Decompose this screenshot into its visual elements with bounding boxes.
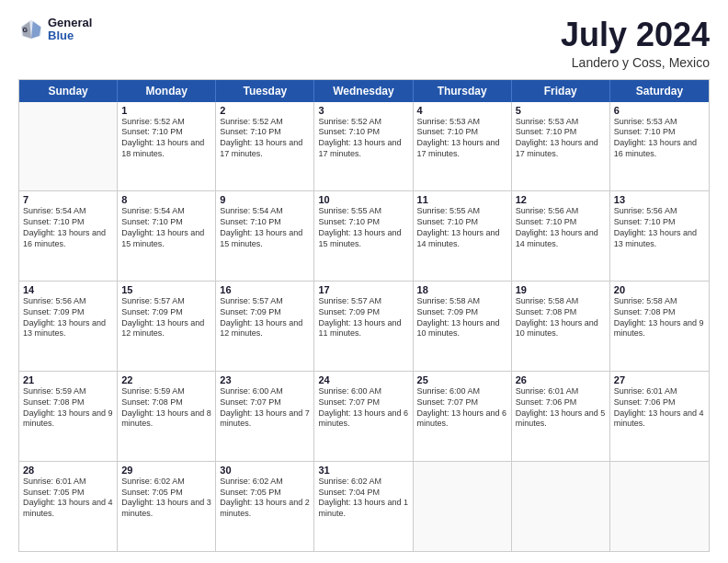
header-day-wednesday: Wednesday bbox=[314, 80, 413, 102]
location: Landero y Coss, Mexico bbox=[561, 55, 710, 70]
cell-sun-info: Sunrise: 6:01 AM Sunset: 7:06 PM Dayligh… bbox=[614, 386, 705, 430]
day-number: 26 bbox=[516, 374, 606, 385]
page: G General Blue July 2024 Landero y Coss,… bbox=[0, 0, 728, 563]
calendar-row-4: 21Sunrise: 5:59 AM Sunset: 7:08 PM Dayli… bbox=[19, 372, 709, 462]
logo: G General Blue bbox=[18, 17, 92, 43]
day-number: 25 bbox=[417, 374, 507, 385]
calendar-cell-day-2: 2Sunrise: 5:52 AM Sunset: 7:10 PM Daylig… bbox=[216, 102, 314, 191]
calendar-cell-day-23: 23Sunrise: 6:00 AM Sunset: 7:07 PM Dayli… bbox=[216, 372, 314, 461]
logo-text: General Blue bbox=[48, 17, 92, 43]
day-number: 6 bbox=[614, 105, 705, 116]
calendar-cell-day-21: 21Sunrise: 5:59 AM Sunset: 7:08 PM Dayli… bbox=[19, 372, 118, 461]
day-number: 24 bbox=[318, 374, 408, 385]
day-number: 21 bbox=[23, 374, 113, 385]
cell-sun-info: Sunrise: 5:52 AM Sunset: 7:10 PM Dayligh… bbox=[121, 117, 211, 160]
cell-sun-info: Sunrise: 6:02 AM Sunset: 7:05 PM Dayligh… bbox=[220, 477, 310, 520]
calendar-cell-day-27: 27Sunrise: 6:01 AM Sunset: 7:06 PM Dayli… bbox=[610, 372, 709, 461]
calendar-cell-day-31: 31Sunrise: 6:02 AM Sunset: 7:04 PM Dayli… bbox=[314, 462, 413, 551]
day-number: 4 bbox=[417, 105, 507, 116]
calendar-row-1: 1Sunrise: 5:52 AM Sunset: 7:10 PM Daylig… bbox=[19, 102, 709, 192]
calendar-cell-day-11: 11Sunrise: 5:55 AM Sunset: 7:10 PM Dayli… bbox=[414, 191, 512, 281]
day-number: 17 bbox=[318, 284, 408, 295]
title-block: July 2024 Landero y Coss, Mexico bbox=[561, 17, 710, 70]
header-day-thursday: Thursday bbox=[414, 80, 512, 102]
calendar-cell-day-12: 12Sunrise: 5:56 AM Sunset: 7:10 PM Dayli… bbox=[512, 191, 610, 281]
day-number: 7 bbox=[23, 194, 113, 205]
svg-text:G: G bbox=[22, 27, 28, 33]
cell-sun-info: Sunrise: 5:58 AM Sunset: 7:09 PM Dayligh… bbox=[417, 296, 507, 339]
day-number: 16 bbox=[220, 284, 310, 295]
calendar-cell-day-15: 15Sunrise: 5:57 AM Sunset: 7:09 PM Dayli… bbox=[118, 282, 216, 371]
day-number: 9 bbox=[220, 194, 310, 205]
calendar-cell-day-22: 22Sunrise: 5:59 AM Sunset: 7:08 PM Dayli… bbox=[118, 372, 216, 461]
calendar-cell-day-30: 30Sunrise: 6:02 AM Sunset: 7:05 PM Dayli… bbox=[216, 462, 314, 551]
day-number: 19 bbox=[516, 284, 606, 295]
cell-sun-info: Sunrise: 5:57 AM Sunset: 7:09 PM Dayligh… bbox=[318, 296, 408, 339]
calendar-row-2: 7Sunrise: 5:54 AM Sunset: 7:10 PM Daylig… bbox=[19, 191, 709, 282]
cell-sun-info: Sunrise: 5:57 AM Sunset: 7:09 PM Dayligh… bbox=[121, 296, 211, 339]
day-number: 31 bbox=[318, 465, 408, 476]
calendar-cell-day-7: 7Sunrise: 5:54 AM Sunset: 7:10 PM Daylig… bbox=[19, 191, 118, 281]
calendar-cell-day-28: 28Sunrise: 6:01 AM Sunset: 7:05 PM Dayli… bbox=[19, 462, 118, 551]
day-number: 20 bbox=[614, 284, 705, 295]
cell-sun-info: Sunrise: 5:54 AM Sunset: 7:10 PM Dayligh… bbox=[121, 206, 211, 249]
cell-sun-info: Sunrise: 6:00 AM Sunset: 7:07 PM Dayligh… bbox=[220, 386, 310, 430]
cell-sun-info: Sunrise: 6:02 AM Sunset: 7:04 PM Dayligh… bbox=[318, 477, 408, 520]
day-number: 23 bbox=[220, 374, 310, 385]
header-day-monday: Monday bbox=[118, 80, 216, 102]
cell-sun-info: Sunrise: 5:56 AM Sunset: 7:10 PM Dayligh… bbox=[516, 206, 606, 249]
calendar-cell-day-4: 4Sunrise: 5:53 AM Sunset: 7:10 PM Daylig… bbox=[414, 102, 512, 191]
cell-sun-info: Sunrise: 5:59 AM Sunset: 7:08 PM Dayligh… bbox=[121, 386, 211, 430]
calendar: SundayMondayTuesdayWednesdayThursdayFrid… bbox=[18, 79, 710, 552]
cell-sun-info: Sunrise: 5:54 AM Sunset: 7:10 PM Dayligh… bbox=[220, 206, 310, 249]
cell-sun-info: Sunrise: 5:54 AM Sunset: 7:10 PM Dayligh… bbox=[23, 206, 113, 249]
cell-sun-info: Sunrise: 5:55 AM Sunset: 7:10 PM Dayligh… bbox=[318, 206, 408, 249]
calendar-cell-day-6: 6Sunrise: 5:53 AM Sunset: 7:10 PM Daylig… bbox=[610, 102, 709, 191]
calendar-cell-day-24: 24Sunrise: 6:00 AM Sunset: 7:07 PM Dayli… bbox=[314, 372, 413, 461]
logo-icon: G bbox=[18, 17, 44, 42]
calendar-cell-day-26: 26Sunrise: 6:01 AM Sunset: 7:06 PM Dayli… bbox=[512, 372, 610, 461]
calendar-cell-day-29: 29Sunrise: 6:02 AM Sunset: 7:05 PM Dayli… bbox=[118, 462, 216, 551]
calendar-cell-empty bbox=[414, 462, 512, 551]
day-number: 29 bbox=[121, 465, 211, 476]
header-day-friday: Friday bbox=[512, 80, 610, 102]
cell-sun-info: Sunrise: 6:02 AM Sunset: 7:05 PM Dayligh… bbox=[121, 477, 211, 520]
cell-sun-info: Sunrise: 5:53 AM Sunset: 7:10 PM Dayligh… bbox=[516, 117, 606, 160]
logo-line1: General bbox=[48, 17, 92, 29]
day-number: 14 bbox=[23, 284, 113, 295]
day-number: 13 bbox=[614, 194, 705, 205]
calendar-cell-day-1: 1Sunrise: 5:52 AM Sunset: 7:10 PM Daylig… bbox=[118, 102, 216, 191]
day-number: 8 bbox=[121, 194, 211, 205]
calendar-cell-empty bbox=[512, 462, 610, 551]
day-number: 5 bbox=[516, 105, 606, 116]
cell-sun-info: Sunrise: 6:00 AM Sunset: 7:07 PM Dayligh… bbox=[417, 386, 507, 430]
cell-sun-info: Sunrise: 5:53 AM Sunset: 7:10 PM Dayligh… bbox=[614, 117, 705, 160]
day-number: 3 bbox=[318, 105, 408, 116]
day-number: 15 bbox=[121, 284, 211, 295]
cell-sun-info: Sunrise: 5:56 AM Sunset: 7:10 PM Dayligh… bbox=[614, 206, 705, 249]
day-number: 30 bbox=[220, 465, 310, 476]
day-number: 12 bbox=[516, 194, 606, 205]
calendar-cell-day-9: 9Sunrise: 5:54 AM Sunset: 7:10 PM Daylig… bbox=[216, 191, 314, 281]
calendar-cell-day-20: 20Sunrise: 5:58 AM Sunset: 7:08 PM Dayli… bbox=[610, 282, 709, 371]
cell-sun-info: Sunrise: 5:58 AM Sunset: 7:08 PM Dayligh… bbox=[516, 296, 606, 339]
calendar-cell-day-14: 14Sunrise: 5:56 AM Sunset: 7:09 PM Dayli… bbox=[19, 282, 118, 371]
cell-sun-info: Sunrise: 6:01 AM Sunset: 7:05 PM Dayligh… bbox=[23, 477, 113, 520]
calendar-cell-day-10: 10Sunrise: 5:55 AM Sunset: 7:10 PM Dayli… bbox=[314, 191, 413, 281]
cell-sun-info: Sunrise: 5:57 AM Sunset: 7:09 PM Dayligh… bbox=[220, 296, 310, 339]
day-number: 10 bbox=[318, 194, 408, 205]
cell-sun-info: Sunrise: 6:00 AM Sunset: 7:07 PM Dayligh… bbox=[318, 386, 408, 430]
cell-sun-info: Sunrise: 5:52 AM Sunset: 7:10 PM Dayligh… bbox=[318, 117, 408, 160]
day-number: 22 bbox=[121, 374, 211, 385]
cell-sun-info: Sunrise: 5:56 AM Sunset: 7:09 PM Dayligh… bbox=[23, 296, 113, 339]
calendar-cell-day-16: 16Sunrise: 5:57 AM Sunset: 7:09 PM Dayli… bbox=[216, 282, 314, 371]
calendar-body: 1Sunrise: 5:52 AM Sunset: 7:10 PM Daylig… bbox=[19, 102, 709, 551]
logo-line2: Blue bbox=[48, 29, 92, 42]
calendar-row-3: 14Sunrise: 5:56 AM Sunset: 7:09 PM Dayli… bbox=[19, 282, 709, 372]
day-number: 27 bbox=[614, 374, 705, 385]
calendar-cell-empty bbox=[610, 462, 709, 551]
header-day-tuesday: Tuesday bbox=[216, 80, 314, 102]
day-number: 1 bbox=[121, 105, 211, 116]
day-number: 11 bbox=[417, 194, 507, 205]
calendar-cell-empty bbox=[19, 102, 118, 191]
